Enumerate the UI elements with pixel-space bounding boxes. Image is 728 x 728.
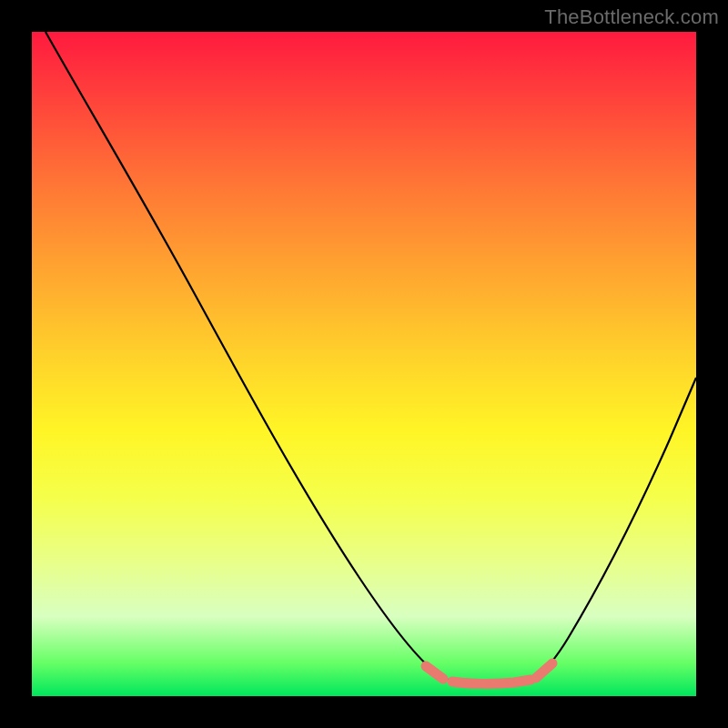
curve-layer [32, 32, 696, 696]
plot-area [32, 32, 696, 696]
highlight-left-stub [426, 666, 443, 679]
watermark-text: TheBottleneck.com [544, 5, 719, 29]
chart-frame: TheBottleneck.com [0, 0, 728, 728]
curve-left-branch [46, 32, 448, 680]
highlight-right-stub [536, 663, 552, 678]
highlight-floor [452, 680, 531, 683]
bottleneck-curve [46, 32, 696, 683]
curve-right-branch [534, 378, 696, 679]
valley-highlight [426, 663, 552, 683]
